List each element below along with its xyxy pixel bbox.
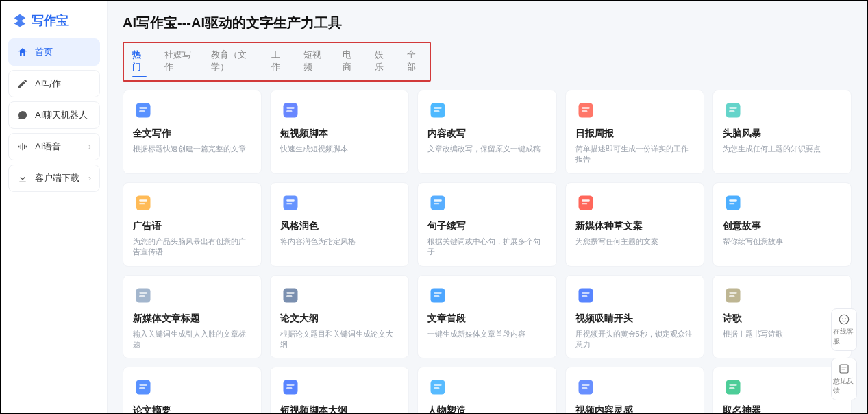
card-title: 全文写作 bbox=[133, 127, 251, 140]
svg-rect-14 bbox=[729, 110, 734, 112]
svg-rect-28 bbox=[729, 199, 737, 201]
card-12[interactable]: 文章首段一键生成新媒体文章首段内容 bbox=[417, 275, 556, 359]
card-icon bbox=[427, 193, 448, 213]
sidebar-item-4[interactable]: 客户端下载› bbox=[8, 165, 100, 192]
sidebar-item-label: AI语音 bbox=[35, 141, 61, 153]
card-icon bbox=[723, 100, 743, 121]
card-18[interactable]: 视频内容灵感哪些点拍视频？让AI写作宝来提供灵感 bbox=[565, 367, 704, 413]
headset-icon bbox=[838, 313, 850, 326]
card-desc: 为您撰写任何主题的文案 bbox=[575, 236, 694, 247]
card-10[interactable]: 新媒体文章标题输入关键词生成引人入胜的文章标题 bbox=[123, 275, 262, 359]
svg-rect-59 bbox=[729, 387, 734, 389]
svg-rect-41 bbox=[582, 295, 587, 297]
svg-rect-11 bbox=[582, 110, 587, 112]
chevron-right-icon: › bbox=[88, 173, 91, 183]
card-desc: 根据关键词或中心句，扩展多个句子 bbox=[427, 236, 546, 258]
tab-1[interactable]: 社媒写作 bbox=[164, 49, 193, 76]
svg-rect-2 bbox=[139, 110, 145, 112]
card-desc: 根据论文题目和关键词生成论文大纲 bbox=[280, 329, 399, 350]
svg-rect-58 bbox=[729, 385, 737, 386]
tab-4[interactable]: 短视频 bbox=[303, 49, 325, 76]
card-desc: 为您的产品头脑风暴出有创意的广告宣传语 bbox=[133, 236, 251, 258]
sidebar-item-0[interactable]: 首页 bbox=[8, 38, 100, 66]
card-title: 广告语 bbox=[133, 220, 251, 232]
svg-rect-7 bbox=[434, 107, 443, 108]
tab-3[interactable]: 工作 bbox=[271, 49, 286, 76]
logo-text: 写作宝 bbox=[32, 12, 69, 29]
card-icon bbox=[133, 377, 153, 398]
chat-icon bbox=[17, 110, 28, 121]
card-icon bbox=[133, 193, 153, 213]
svg-rect-46 bbox=[139, 385, 147, 386]
card-title: 句子续写 bbox=[427, 220, 546, 232]
card-7[interactable]: 句子续写根据关键词或中心句，扩展多个句子 bbox=[417, 182, 556, 267]
svg-rect-10 bbox=[582, 107, 590, 108]
svg-rect-29 bbox=[729, 203, 734, 204]
float-btn-1[interactable]: 意见反馈 bbox=[831, 358, 857, 400]
svg-rect-40 bbox=[582, 292, 590, 293]
sidebar-item-3[interactable]: AI语音› bbox=[8, 133, 100, 160]
sidebar-item-label: AI写作 bbox=[35, 77, 61, 90]
svg-rect-1 bbox=[139, 107, 147, 108]
svg-rect-34 bbox=[286, 292, 295, 293]
svg-rect-47 bbox=[139, 387, 145, 389]
card-11[interactable]: 论文大纲根据论文题目和关键词生成论文大纲 bbox=[270, 275, 409, 359]
card-0[interactable]: 全文写作根据标题快速创建一篇完整的文章 bbox=[123, 90, 262, 174]
sidebar-item-2[interactable]: AI聊天机器人 bbox=[8, 101, 100, 129]
card-title: 头脑风暴 bbox=[723, 127, 841, 140]
card-icon bbox=[575, 193, 596, 213]
svg-rect-56 bbox=[582, 387, 587, 389]
svg-rect-52 bbox=[434, 385, 443, 386]
card-15[interactable]: 论文摘要根据论文题目和关键词生成论文摘要 bbox=[123, 367, 262, 413]
svg-point-60 bbox=[839, 315, 849, 324]
tab-2[interactable]: 教育（文学） bbox=[211, 49, 254, 76]
card-title: 内容改写 bbox=[427, 127, 546, 140]
float-btn-0[interactable]: 在线客服 bbox=[831, 308, 857, 351]
float-buttons: 在线客服意见反馈 bbox=[831, 308, 857, 400]
svg-rect-55 bbox=[582, 385, 590, 386]
card-title: 视频内容灵感 bbox=[575, 404, 694, 413]
card-5[interactable]: 广告语为您的产品头脑风暴出有创意的广告宣传语 bbox=[123, 182, 262, 267]
tab-5[interactable]: 电商 bbox=[343, 49, 357, 76]
card-6[interactable]: 风格润色将内容润色为指定风格 bbox=[270, 182, 409, 267]
sidebar-item-1[interactable]: AI写作 bbox=[8, 70, 100, 97]
card-2[interactable]: 内容改写文章改编改写，保留原义一键成稿 bbox=[417, 90, 556, 174]
card-desc: 一键生成新媒体文章首段内容 bbox=[427, 329, 546, 339]
svg-rect-8 bbox=[434, 110, 440, 112]
page-title: AI写作宝---AI驱动的文字生产力工具 bbox=[123, 14, 852, 32]
sidebar-item-label: 首页 bbox=[35, 46, 53, 58]
nav: 首页AI写作AI聊天机器人AI语音›客户端下载› bbox=[8, 38, 100, 192]
card-title: 论文大纲 bbox=[280, 313, 399, 325]
tab-0[interactable]: 热门 bbox=[132, 49, 147, 76]
svg-rect-44 bbox=[729, 295, 734, 297]
card-icon bbox=[427, 285, 448, 306]
card-16[interactable]: 短视频脚本大纲生成VLOG、口播稿等短视频的拍摄大纲 bbox=[270, 367, 409, 413]
card-4[interactable]: 头脑风暴为您生成任何主题的知识要点 bbox=[712, 90, 852, 174]
card-title: 创意故事 bbox=[723, 220, 841, 232]
float-btn-label: 意见反馈 bbox=[833, 376, 855, 395]
card-icon bbox=[280, 193, 301, 213]
card-17[interactable]: 人物塑造为你故事中的角色塑造一个丰满的人物形象 bbox=[417, 367, 556, 413]
card-8[interactable]: 新媒体种草文案为您撰写任何主题的文案 bbox=[565, 182, 704, 267]
card-title: 人物塑造 bbox=[427, 404, 546, 413]
card-title: 短视频脚本大纲 bbox=[280, 404, 399, 413]
sidebar: 写作宝 首页AI写作AI聊天机器人AI语音›客户端下载› bbox=[1, 1, 108, 413]
card-desc: 根据标题快速创建一篇完整的文章 bbox=[133, 144, 251, 154]
card-desc: 用视频开头的黄金5秒，锁定观众注意力 bbox=[575, 329, 694, 350]
svg-rect-35 bbox=[286, 295, 292, 297]
card-13[interactable]: 视频吸睛开头用视频开头的黄金5秒，锁定观众注意力 bbox=[565, 275, 704, 359]
card-title: 新媒体种草文案 bbox=[575, 220, 694, 232]
float-btn-label: 在线客服 bbox=[833, 327, 855, 346]
card-9[interactable]: 创意故事帮你续写创意故事 bbox=[712, 182, 852, 267]
card-1[interactable]: 短视频脚本快速生成短视频脚本 bbox=[270, 90, 409, 174]
card-title: 文章首段 bbox=[427, 313, 546, 325]
tab-7[interactable]: 全部 bbox=[407, 49, 421, 76]
card-icon bbox=[723, 285, 743, 306]
card-icon bbox=[427, 100, 448, 121]
card-3[interactable]: 日报周报简单描述即可生成一份详实的工作报告 bbox=[565, 90, 704, 174]
home-icon bbox=[17, 47, 28, 58]
tab-6[interactable]: 娱乐 bbox=[375, 49, 389, 76]
logo[interactable]: 写作宝 bbox=[8, 7, 100, 38]
svg-rect-20 bbox=[286, 203, 292, 204]
card-desc: 帮你续写创意故事 bbox=[723, 236, 841, 247]
